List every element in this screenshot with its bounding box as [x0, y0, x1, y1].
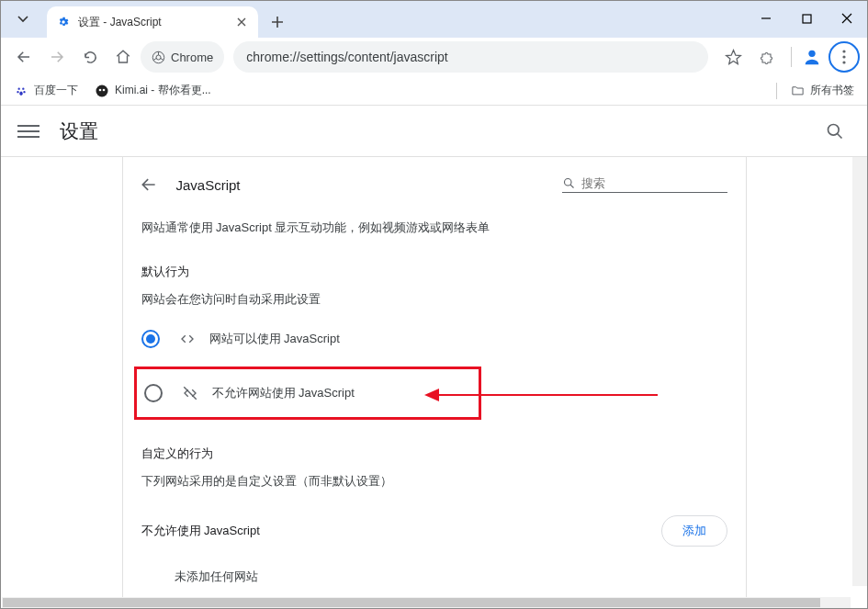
bookmark-bar: 百度一下 Kimi.ai - 帮你看更... 所有书签 [1, 76, 867, 106]
all-bookmarks-label: 所有书签 [810, 83, 854, 98]
home-button[interactable] [107, 41, 139, 73]
panel-search-input[interactable] [581, 176, 736, 190]
menu-button[interactable] [17, 120, 39, 142]
reload-button[interactable] [74, 41, 106, 73]
titlebar: 设置 - JavaScript [1, 1, 867, 38]
close-icon [841, 13, 852, 24]
close-icon [237, 17, 246, 27]
svg-point-7 [96, 85, 108, 96]
default-behavior-title: 默认行为 [123, 243, 746, 284]
window-controls [746, 3, 867, 34]
bookmark-right: 所有书签 [776, 83, 854, 99]
block-section-row: 不允许使用 JavaScript 添加 [123, 502, 746, 559]
svg-point-9 [103, 88, 106, 91]
star-icon [725, 49, 742, 66]
close-window-button[interactable] [827, 3, 867, 34]
code-off-icon [181, 384, 199, 402]
new-tab-button[interactable] [264, 8, 291, 36]
gear-icon [56, 15, 71, 29]
home-icon [115, 49, 131, 65]
site-chip-label: Chrome [171, 51, 213, 64]
back-button[interactable] [8, 41, 39, 73]
empty-message: 未添加任何网站 [123, 559, 746, 594]
dots-vertical-icon [842, 50, 846, 64]
bookmark-label: Kimi.ai - 帮你看更... [115, 83, 211, 98]
panel-description: 网站通常使用 JavaScript 显示互动功能，例如视频游戏或网络表单 [123, 212, 746, 243]
hamburger-icon [17, 125, 39, 127]
all-bookmarks-button[interactable]: 所有书签 [790, 83, 854, 98]
search-icon [826, 122, 844, 141]
arrow-left-icon [140, 175, 158, 194]
profile-button[interactable] [799, 44, 825, 70]
scrollbar-vertical[interactable] [852, 157, 867, 586]
separator [776, 83, 777, 99]
svg-point-4 [842, 50, 845, 52]
puzzle-icon [760, 49, 776, 65]
kimi-icon [95, 84, 109, 98]
settings-panel: JavaScript 网站通常使用 JavaScript 显示互动功能，例如视频… [122, 157, 747, 597]
person-icon [802, 47, 822, 67]
bookmark-star-button[interactable] [717, 41, 749, 73]
svg-point-6 [842, 61, 845, 63]
plus-icon [271, 16, 284, 28]
panel-header: JavaScript [123, 157, 746, 212]
block-section-label: 不允许使用 JavaScript [141, 523, 260, 539]
default-behavior-sub: 网站会在您访问时自动采用此设置 [123, 284, 746, 317]
url-input[interactable]: chrome://settings/content/javascript [233, 41, 708, 73]
scrollbar-horizontal[interactable] [2, 597, 851, 608]
svg-point-11 [564, 179, 571, 186]
svg-point-2 [156, 55, 161, 60]
annotation-arrow-head [424, 389, 439, 401]
scrollbar-thumb[interactable] [3, 598, 820, 607]
radio-button-unselected[interactable] [144, 384, 163, 402]
bookmark-item-baidu[interactable]: 百度一下 [14, 83, 78, 98]
panel-search[interactable] [562, 176, 727, 193]
extensions-button[interactable] [752, 41, 783, 73]
arrow-left-icon [16, 49, 32, 65]
annotation-arrow-line [437, 394, 658, 396]
back-arrow-button[interactable] [138, 174, 160, 196]
chrome-icon [152, 51, 165, 64]
chrome-menu-button[interactable] [829, 41, 860, 73]
add-button[interactable]: 添加 [661, 515, 727, 547]
folder-icon [790, 84, 805, 98]
svg-rect-0 [803, 15, 811, 23]
panel-title: JavaScript [176, 177, 241, 193]
arrow-right-icon [49, 49, 65, 65]
content-scroll[interactable]: JavaScript 网站通常使用 JavaScript 显示互动功能，例如视频… [1, 157, 867, 597]
minimize-button[interactable] [746, 3, 786, 34]
separator [791, 47, 792, 67]
bookmark-label: 百度一下 [34, 83, 78, 98]
chevron-down-icon [17, 16, 28, 23]
reload-icon [83, 50, 98, 65]
tab-list-dropdown[interactable] [6, 5, 39, 34]
search-icon [562, 176, 576, 190]
toolbar-right [717, 41, 860, 73]
settings-header: 设置 [1, 106, 867, 157]
maximize-icon [802, 14, 812, 24]
maximize-button[interactable] [786, 3, 827, 34]
close-tab-button[interactable] [234, 15, 249, 29]
svg-point-8 [99, 88, 102, 91]
radio-label: 不允许网站使用 JavaScript [212, 385, 355, 401]
paw-icon [14, 84, 28, 98]
minimize-icon [761, 13, 772, 24]
code-icon [178, 330, 197, 348]
tab-title: 设置 - JavaScript [78, 15, 234, 30]
svg-point-10 [829, 124, 840, 135]
radio-button-selected[interactable] [141, 330, 160, 348]
address-bar-row: Chrome chrome://settings/content/javascr… [1, 38, 867, 76]
svg-point-5 [842, 55, 845, 58]
svg-point-3 [808, 51, 815, 57]
custom-behavior-title: 自定义的行为 [123, 425, 746, 466]
custom-behavior-sub: 下列网站采用的是自定义设置（而非默认设置） [123, 466, 746, 502]
forward-button[interactable] [41, 41, 73, 73]
radio-label: 网站可以使用 JavaScript [209, 331, 340, 347]
site-chip[interactable]: Chrome [141, 41, 224, 73]
browser-tab[interactable]: 设置 - JavaScript [47, 6, 258, 38]
content-area: JavaScript 网站通常使用 JavaScript 显示互动功能，例如视频… [1, 157, 867, 597]
bookmark-item-kimi[interactable]: Kimi.ai - 帮你看更... [95, 83, 211, 98]
search-settings-button[interactable] [819, 116, 851, 147]
settings-title: 设置 [60, 118, 98, 144]
radio-allow-js[interactable]: 网站可以使用 JavaScript [123, 317, 746, 361]
